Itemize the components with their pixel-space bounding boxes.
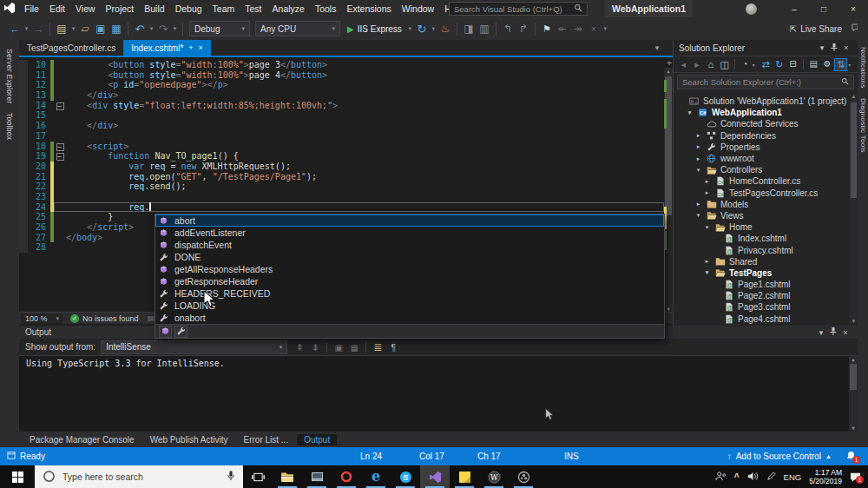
se-show-all-files-icon[interactable]: ▤: [807, 58, 820, 71]
redo-icon[interactable]: ↷: [155, 23, 171, 35]
user-avatar[interactable]: [746, 3, 757, 15]
collapse-icon[interactable]: ▾: [703, 269, 711, 276]
debug-target-dropdown[interactable]: Debug▾: [189, 21, 250, 36]
code-line-19[interactable]: 19− function Nav_TO_page1() {: [19, 151, 664, 162]
bookmark-icon[interactable]: ⚑: [539, 23, 555, 34]
intellisense-item-getallresponseheaders[interactable]: getAllResponseHeaders: [155, 263, 664, 275]
breakpoint-margin[interactable]: [19, 90, 28, 101]
visual-studio-icon[interactable]: [420, 465, 450, 488]
document-list-chevron-icon[interactable]: ▼: [654, 44, 673, 52]
breakpoint-margin[interactable]: [19, 222, 28, 233]
opera-icon[interactable]: [332, 465, 361, 488]
close-icon[interactable]: ×: [199, 43, 203, 52]
tree-item-solution-webapplication1-1-project-[interactable]: Solution 'WebApplication1' (1 project): [674, 96, 850, 107]
breakpoint-margin[interactable]: [19, 151, 28, 162]
panel-tab-package-manager-console[interactable]: Package Manager Console: [23, 434, 141, 445]
expand-icon[interactable]: ▸: [694, 132, 702, 139]
start-button[interactable]: [0, 465, 35, 488]
expand-icon[interactable]: ▸: [694, 143, 702, 150]
code-line-18[interactable]: 18− <script>: [19, 142, 664, 152]
collapse-icon[interactable]: ▾: [694, 167, 702, 174]
split-window-icon[interactable]: ✛: [667, 58, 672, 67]
breakpoint-margin[interactable]: [19, 142, 28, 152]
scroll-down-icon[interactable]: ▼: [849, 425, 858, 431]
dropdown-caret-icon[interactable]: ▾: [753, 62, 759, 68]
breakpoint-margin[interactable]: [19, 80, 28, 90]
live-share-button[interactable]: ⇱ Live Share: [790, 24, 842, 34]
collapse-icon[interactable]: ▾: [686, 109, 694, 116]
se-pending-changes-icon[interactable]: ◔: [739, 58, 752, 71]
pin-icon[interactable]: [828, 43, 840, 53]
tree-item-page1-cshtml[interactable]: @Page1.cshtml: [674, 279, 850, 290]
tree-item-wwwroot[interactable]: ▸wwwroot: [674, 153, 850, 164]
se-back-icon[interactable]: ◂: [677, 58, 690, 71]
dropdown-caret-icon[interactable]: ▾: [171, 25, 179, 32]
tree-item-page2-cshtml[interactable]: @Page2.cshtml: [674, 290, 850, 301]
output-scrollbar[interactable]: ▲ ▼: [849, 356, 858, 431]
menu-build[interactable]: Build: [139, 3, 169, 14]
breakpoint-margin[interactable]: [19, 212, 28, 222]
breakpoint-margin[interactable]: [19, 172, 28, 182]
scrollbar-thumb[interactable]: [851, 102, 857, 198]
breakpoint-margin[interactable]: [19, 181, 28, 192]
intellisense-item-addeventlistener[interactable]: addEventListener: [155, 227, 664, 239]
tree-item-properties[interactable]: ▸Properties: [674, 142, 850, 153]
breakpoint-margin[interactable]: [19, 60, 28, 70]
show-hidden-icons-icon[interactable]: ^: [734, 472, 740, 482]
document-tab-testpagescontroller-cs[interactable]: TestPagesController.cs: [19, 40, 123, 56]
tree-item-views[interactable]: ▾Views: [674, 210, 850, 221]
clock[interactable]: 1:17 AM 5/20/2019: [809, 468, 842, 485]
skype-icon[interactable]: S: [391, 465, 420, 488]
breakpoint-margin[interactable]: [19, 70, 28, 81]
intellisense-item-abort[interactable]: abort: [155, 214, 664, 227]
refresh-icon[interactable]: ↻: [414, 23, 430, 35]
add-to-source-control-button[interactable]: ↑ Add to Source Control ▲: [727, 447, 832, 465]
menu-window[interactable]: Window: [397, 3, 439, 14]
solution-explorer-scrollbar[interactable]: ▲ ▼: [850, 94, 858, 324]
nav-backward-icon[interactable]: ←: [7, 23, 23, 35]
scroll-up-icon[interactable]: ▲: [664, 68, 673, 74]
code-line-10[interactable]: 10 <button style="width:100%">page 3</bu…: [19, 60, 664, 70]
scrollbar-thumb[interactable]: [665, 76, 672, 215]
code-line-15[interactable]: 15: [19, 110, 664, 121]
code-line-11[interactable]: 11 <button style="width:100%">page 4</bu…: [19, 70, 664, 81]
scrollbar-thumb[interactable]: [850, 364, 857, 390]
tree-item-shared[interactable]: ▸Shared: [674, 256, 850, 267]
breakpoint-margin[interactable]: [19, 202, 28, 213]
find-in-files-icon[interactable]: ◨: [461, 23, 477, 34]
language-indicator[interactable]: ENG: [784, 472, 802, 482]
tree-item-index-cshtml[interactable]: @Index.cshtml: [674, 233, 850, 244]
menu-file[interactable]: File: [19, 3, 44, 14]
volume-icon[interactable]: [747, 472, 759, 483]
dropdown-caret-icon[interactable]: ▾: [23, 25, 30, 32]
code-line-16[interactable]: 16 </div>: [19, 121, 664, 131]
file-explorer-icon[interactable]: [273, 465, 302, 488]
expand-icon[interactable]: ▸: [703, 178, 711, 185]
dropdown-caret-icon[interactable]: ▾: [69, 25, 77, 32]
breakpoint-margin[interactable]: [19, 131, 28, 142]
code-line-20[interactable]: 20 var req = new XMLHttpRequest();: [19, 162, 664, 172]
se-sync-icon[interactable]: ⇄: [760, 58, 773, 71]
task-view-icon[interactable]: [243, 465, 273, 488]
tree-item-webapplication1[interactable]: ▾C#WebApplication1: [674, 107, 850, 118]
close-button[interactable]: ×: [838, 0, 868, 17]
menu-project[interactable]: Project: [101, 3, 140, 14]
expand-icon[interactable]: ▸: [694, 155, 702, 162]
breakpoint-margin[interactable]: [19, 192, 28, 202]
breakpoint-margin[interactable]: [19, 162, 28, 172]
dropdown-caret-icon[interactable]: ▾: [848, 62, 854, 68]
code-line-17[interactable]: 17: [19, 131, 664, 142]
menu-edit[interactable]: Edit: [44, 3, 70, 14]
edge-icon[interactable]: e: [361, 465, 391, 488]
out-prev-message-icon[interactable]: ⇞: [293, 342, 306, 353]
pin-icon[interactable]: +: [188, 43, 193, 52]
screenshot-tool-icon[interactable]: [302, 465, 332, 488]
tree-item-page3-cshtml[interactable]: @Page3.cshtml: [674, 301, 850, 313]
se-switch-views-icon[interactable]: ◫: [718, 58, 731, 71]
filter-property-icon[interactable]: [174, 326, 187, 338]
out-word-wrap-icon[interactable]: ¶: [386, 342, 400, 353]
hot-reload-icon[interactable]: ♨: [437, 23, 453, 34]
intellisense-item-getresponseheader[interactable]: getResponseHeader: [155, 275, 664, 287]
editor-vertical-scrollbar[interactable]: ▲ ▼: [664, 68, 673, 312]
intellisense-item-done[interactable]: DONE: [155, 251, 664, 263]
